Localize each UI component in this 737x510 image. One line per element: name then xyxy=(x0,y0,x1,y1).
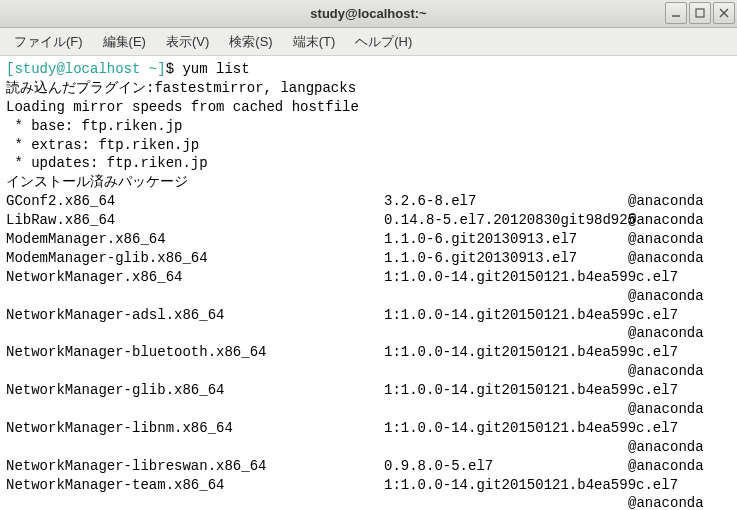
package-row: NetworkManager-team.x86_641:1.0.0-14.git… xyxy=(6,476,731,495)
menu-edit[interactable]: 編集(E) xyxy=(93,29,156,55)
package-repo: @anaconda xyxy=(6,362,731,381)
package-row: NetworkManager-adsl.x86_641:1.0.0-14.git… xyxy=(6,306,731,325)
minimize-button[interactable] xyxy=(665,2,687,24)
prompt-line: [study@localhost ~]$ yum list xyxy=(6,60,731,79)
package-row: NetworkManager.x86_641:1.0.0-14.git20150… xyxy=(6,268,731,287)
menu-help[interactable]: ヘルプ(H) xyxy=(345,29,422,55)
package-version: 3.2.6-8.el7 xyxy=(384,192,628,211)
package-name: NetworkManager-libreswan.x86_64 xyxy=(6,457,384,476)
package-name: NetworkManager-adsl.x86_64 xyxy=(6,306,384,325)
package-repo: @anaconda xyxy=(6,324,731,343)
output-line: 読み込んだプラグイン:fastestmirror, langpacks xyxy=(6,79,731,98)
package-version: 1.1.0-6.git20130913.el7 xyxy=(384,230,628,249)
package-version: 0.14.8-5.el7.20120830git98d925 xyxy=(384,211,628,230)
package-version: 1:1.0.0-14.git20150121.b4ea599c.el7 xyxy=(384,419,628,438)
package-name: ModemManager-glib.x86_64 xyxy=(6,249,384,268)
menubar: ファイル(F) 編集(E) 表示(V) 検索(S) 端末(T) ヘルプ(H) xyxy=(0,28,737,56)
package-row: NetworkManager-libreswan.x86_640.9.8.0-5… xyxy=(6,457,731,476)
package-row: ModemManager-glib.x86_641.1.0-6.git20130… xyxy=(6,249,731,268)
package-name: ModemManager.x86_64 xyxy=(6,230,384,249)
prompt-dollar: $ xyxy=(166,61,174,77)
package-version: 0.9.8.0-5.el7 xyxy=(384,457,628,476)
package-version: 1:1.0.0-14.git20150121.b4ea599c.el7 xyxy=(384,476,628,495)
package-repo: @anaconda xyxy=(628,249,704,268)
package-version: 1:1.0.0-14.git20150121.b4ea599c.el7 xyxy=(384,268,628,287)
package-version: 1:1.0.0-14.git20150121.b4ea599c.el7 xyxy=(384,381,628,400)
package-row: LibRaw.x86_640.14.8-5.el7.20120830git98d… xyxy=(6,211,731,230)
menu-view[interactable]: 表示(V) xyxy=(156,29,219,55)
menu-file[interactable]: ファイル(F) xyxy=(4,29,93,55)
package-repo: @anaconda xyxy=(6,494,731,510)
package-repo: @anaconda xyxy=(628,211,704,230)
output-line: * updates: ftp.riken.jp xyxy=(6,154,731,173)
package-row: ModemManager.x86_641.1.0-6.git20130913.e… xyxy=(6,230,731,249)
terminal-output[interactable]: [study@localhost ~]$ yum list 読み込んだプラグイン… xyxy=(0,56,737,510)
command-text: yum list xyxy=(182,61,249,77)
output-line: Loading mirror speeds from cached hostfi… xyxy=(6,98,731,117)
package-repo: @anaconda xyxy=(628,192,704,211)
package-repo: @anaconda xyxy=(628,457,704,476)
svg-rect-1 xyxy=(696,9,704,17)
package-version: 1:1.0.0-14.git20150121.b4ea599c.el7 xyxy=(384,343,628,362)
package-name: LibRaw.x86_64 xyxy=(6,211,384,230)
output-line: * base: ftp.riken.jp xyxy=(6,117,731,136)
titlebar: study@localhost:~ xyxy=(0,0,737,28)
package-name: NetworkManager-bluetooth.x86_64 xyxy=(6,343,384,362)
package-name: NetworkManager-libnm.x86_64 xyxy=(6,419,384,438)
package-version: 1:1.0.0-14.git20150121.b4ea599c.el7 xyxy=(384,306,628,325)
package-row: NetworkManager-glib.x86_641:1.0.0-14.git… xyxy=(6,381,731,400)
package-name: GConf2.x86_64 xyxy=(6,192,384,211)
package-repo: @anaconda xyxy=(6,438,731,457)
package-repo: @anaconda xyxy=(628,230,704,249)
package-row: NetworkManager-bluetooth.x86_641:1.0.0-1… xyxy=(6,343,731,362)
package-name: NetworkManager.x86_64 xyxy=(6,268,384,287)
output-line: インストール済みパッケージ xyxy=(6,173,731,192)
window-controls xyxy=(665,2,735,24)
close-button[interactable] xyxy=(713,2,735,24)
menu-terminal[interactable]: 端末(T) xyxy=(283,29,346,55)
prompt-user-host: [study@localhost ~] xyxy=(6,61,166,77)
maximize-button[interactable] xyxy=(689,2,711,24)
package-repo: @anaconda xyxy=(6,400,731,419)
package-row: NetworkManager-libnm.x86_641:1.0.0-14.gi… xyxy=(6,419,731,438)
menu-search[interactable]: 検索(S) xyxy=(219,29,282,55)
package-name: NetworkManager-team.x86_64 xyxy=(6,476,384,495)
package-row: GConf2.x86_643.2.6-8.el7@anaconda xyxy=(6,192,731,211)
window-title: study@localhost:~ xyxy=(310,6,426,21)
package-name: NetworkManager-glib.x86_64 xyxy=(6,381,384,400)
package-version: 1.1.0-6.git20130913.el7 xyxy=(384,249,628,268)
output-line: * extras: ftp.riken.jp xyxy=(6,136,731,155)
package-repo: @anaconda xyxy=(6,287,731,306)
